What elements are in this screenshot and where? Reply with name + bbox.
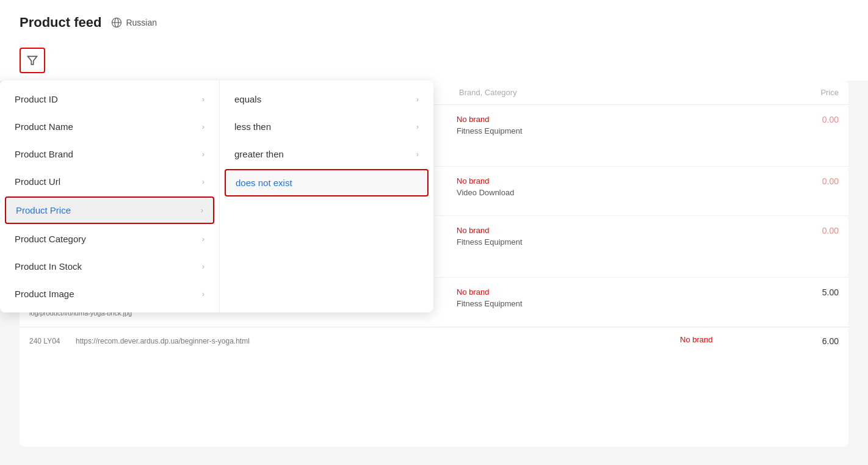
row-brand-3: No brand Fitness Equipment — [457, 226, 790, 247]
brand-category-4: Fitness Equipment — [457, 299, 790, 308]
main-content: Product ID › Product Name › Product Bran… — [0, 81, 868, 465]
dropdown-item-product-in-stock[interactable]: Product In Stock › — [0, 253, 219, 280]
funnel-icon — [26, 54, 38, 67]
no-brand-4: No brand — [457, 287, 790, 297]
chevron-right-icon: › — [416, 95, 419, 104]
dropdown-item-product-brand[interactable]: Product Brand › — [0, 140, 219, 168]
bottom-no-brand: No brand — [680, 335, 790, 344]
brand-category-1: Fitness Equipment — [457, 126, 790, 135]
dropdown-condition-does-not-exist[interactable]: does not exist — [225, 169, 429, 196]
row-brand-1: No brand Fitness Equipment — [457, 115, 790, 135]
row-brand-2: No brand Video Download — [457, 176, 790, 197]
dropdown-condition-greater-then[interactable]: greater then › — [220, 140, 433, 168]
bottom-id: 240 LY04 — [29, 337, 66, 345]
brand-category-2: Video Download — [457, 188, 790, 197]
chevron-right-icon: › — [201, 206, 203, 215]
row-price-1: 0.00 — [790, 115, 839, 124]
dropdown-item-product-url[interactable]: Product Url › — [0, 168, 219, 195]
page-title: Product feed — [20, 15, 101, 31]
dropdown-overlay: Product ID › Product Name › Product Bran… — [0, 81, 433, 312]
chevron-right-icon: › — [416, 150, 419, 159]
chevron-right-icon: › — [202, 262, 204, 271]
chevron-right-icon: › — [202, 178, 204, 186]
filter-bar — [0, 40, 868, 81]
dropdown-item-product-category[interactable]: Product Category › — [0, 225, 219, 253]
dropdown-item-product-name[interactable]: Product Name › — [0, 113, 219, 140]
chevron-right-icon: › — [202, 235, 204, 243]
table-row-bottom: 240 LY04 https://recom.dever.ardus.dp.ua… — [20, 327, 848, 354]
no-brand-1: No brand — [457, 115, 790, 124]
row-brand-4: No brand Fitness Equipment — [457, 287, 790, 308]
price-header: Price — [790, 88, 839, 97]
page-header: Product feed Russian — [0, 0, 868, 40]
dropdown-item-product-image[interactable]: Product Image › — [0, 280, 219, 308]
globe-icon — [111, 17, 122, 28]
dropdown-fields-column: Product ID › Product Name › Product Bran… — [0, 81, 220, 312]
svg-marker-3 — [28, 56, 37, 64]
filter-button[interactable] — [20, 48, 45, 73]
chevron-right-icon: › — [202, 150, 204, 159]
bottom-brand: No brand — [680, 335, 790, 347]
chevron-right-icon: › — [202, 290, 204, 298]
language-badge: Russian — [111, 17, 157, 28]
dropdown-item-product-id[interactable]: Product ID › — [0, 85, 219, 113]
no-brand-2: No brand — [457, 176, 790, 186]
dropdown-conditions-column: equals › less then › greater then › does… — [220, 81, 433, 312]
dropdown-condition-less-then[interactable]: less then › — [220, 113, 433, 140]
bottom-url: https://recom.dever.ardus.dp.ua/beginner… — [66, 337, 680, 345]
chevron-right-icon: › — [416, 123, 419, 131]
chevron-right-icon: › — [202, 123, 204, 131]
row-price-4: 5.00 — [790, 287, 839, 297]
dropdown-item-product-price[interactable]: Product Price › — [5, 196, 214, 224]
row-price-2: 0.00 — [790, 176, 839, 186]
chevron-right-icon: › — [202, 95, 204, 104]
no-brand-3: No brand — [457, 226, 790, 235]
language-label: Russian — [126, 18, 157, 27]
dropdown-condition-equals[interactable]: equals › — [220, 85, 433, 113]
bottom-price: 6.00 — [790, 336, 839, 346]
brand-category-3: Fitness Equipment — [457, 237, 790, 247]
brand-category-header: Brand, Category — [459, 88, 790, 97]
row-price-3: 0.00 — [790, 226, 839, 236]
